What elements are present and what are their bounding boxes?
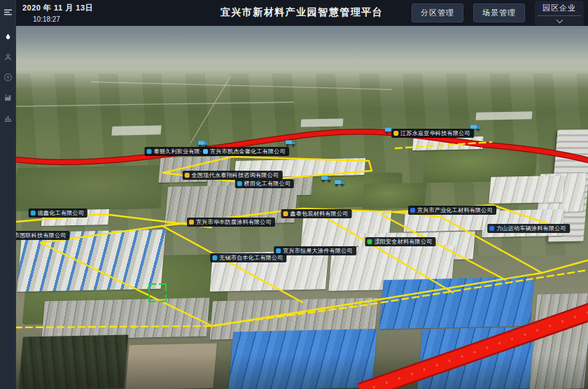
company-name: 宜兴市恒星大涂件有限公司 <box>283 248 353 254</box>
dropdown-label: 园区企业 <box>542 3 576 13</box>
sidebar-item-menu-icon[interactable] <box>0 4 15 20</box>
company-label[interactable]: 宜兴市国联科技有限公司 <box>15 231 70 240</box>
map-scene: 泰丽久利胶业有限公司宜兴市凯杰金馨化工有限公司全国现代永泰翔科技咨询有限公司横田… <box>15 26 588 389</box>
company-label[interactable]: 无锡市合丰化工有限公司 <box>210 253 286 262</box>
truck-icon[interactable] <box>286 139 296 147</box>
company-label[interactable]: 宜兴市产业化工材料有限公司 <box>408 206 496 215</box>
company-label[interactable]: 江苏永嘉亚华科技有限公司 <box>391 129 474 138</box>
sidebar-item-factory-icon[interactable] <box>0 90 15 105</box>
company-label[interactable]: 宜兴市凯杰金馨化工有限公司 <box>201 147 289 156</box>
company-label[interactable]: 鑫泰包装材料有限公司 <box>281 209 352 218</box>
selection-brackets <box>148 283 167 302</box>
smart-park-platform: 2020 年 11 月 13日 10:18:27 宜兴市新材料产业园智慧管理平台… <box>0 0 588 389</box>
company-name: 宜兴市国联科技有限公司 <box>15 232 66 239</box>
truck-icon[interactable] <box>198 140 209 148</box>
company-label[interactable]: 溧阳安全材料有限公司 <box>365 237 436 246</box>
chevron-down-icon <box>556 17 563 24</box>
company-name: 宜兴市产业化工材料有限公司 <box>417 207 493 213</box>
header-actions: 分区管理 场景管理 园区企业 <box>412 0 584 26</box>
truck-icon[interactable] <box>321 175 332 183</box>
zone-management-button[interactable]: 分区管理 <box>412 3 463 22</box>
company-name: 力山运动车辆涂料有限公司 <box>496 225 566 232</box>
sidebar-item-energy-icon[interactable] <box>0 69 15 85</box>
company-marker-icon <box>31 211 36 215</box>
company-label[interactable]: 宜兴市华丰防腐涂料有限公司 <box>187 218 275 227</box>
sidebar <box>0 0 16 389</box>
roads-overlay <box>15 26 588 389</box>
company-marker-icon <box>237 181 242 186</box>
company-name: 全国现代永泰翔科技咨询有限公司 <box>192 172 279 178</box>
company-name: 鑫泰包装材料有限公司 <box>290 211 349 217</box>
header: 2020 年 11 月 13日 10:18:27 宜兴市新材料产业园智慧管理平台… <box>15 0 588 26</box>
map-3d-view[interactable]: 泰丽久利胶业有限公司宜兴市凯杰金馨化工有限公司全国现代永泰翔科技咨询有限公司横田… <box>15 26 588 389</box>
company-name: 溧阳安全材料有限公司 <box>374 239 433 245</box>
scene-management-button[interactable]: 场景管理 <box>473 3 525 22</box>
company-marker-icon <box>368 239 372 244</box>
menu-icon <box>4 8 13 17</box>
company-name: 横田化工有限公司 <box>244 181 290 187</box>
company-name: 宜兴市凯杰金馨化工有限公司 <box>210 148 286 155</box>
company-name: 无锡市合丰化工有限公司 <box>219 255 283 261</box>
company-name: 宜兴市华丰防腐涂料有限公司 <box>196 219 272 225</box>
user-icon <box>4 52 13 62</box>
sidebar-item-chart-icon[interactable] <box>0 110 15 125</box>
company-name: 德鑫化工有限公司 <box>38 210 84 216</box>
company-marker-icon <box>410 208 415 213</box>
truck-icon[interactable] <box>335 179 345 187</box>
company-marker-icon <box>489 226 494 231</box>
company-marker-icon <box>189 220 194 225</box>
company-marker-icon <box>203 149 208 154</box>
park-enterprises-dropdown[interactable]: 园区企业 <box>535 1 584 25</box>
company-label[interactable]: 德鑫化工有限公司 <box>29 208 88 218</box>
company-marker-icon <box>212 255 217 260</box>
company-marker-icon <box>185 173 190 178</box>
company-name: 江苏永嘉亚华科技有限公司 <box>400 130 470 136</box>
company-marker-icon <box>147 149 152 154</box>
factory-icon <box>4 93 13 102</box>
chart-icon <box>4 113 13 122</box>
company-marker-icon <box>284 211 288 216</box>
energy-icon <box>4 73 13 82</box>
company-marker-icon <box>393 131 398 136</box>
company-label[interactable]: 力山运动车辆涂料有限公司 <box>487 224 570 233</box>
sidebar-item-alarm-flame-icon[interactable] <box>0 29 15 44</box>
alarm-flame-icon <box>4 32 13 41</box>
company-label[interactable]: 横田化工有限公司 <box>235 179 294 188</box>
sidebar-item-user-icon[interactable] <box>0 49 15 64</box>
company-marker-icon <box>276 248 281 253</box>
